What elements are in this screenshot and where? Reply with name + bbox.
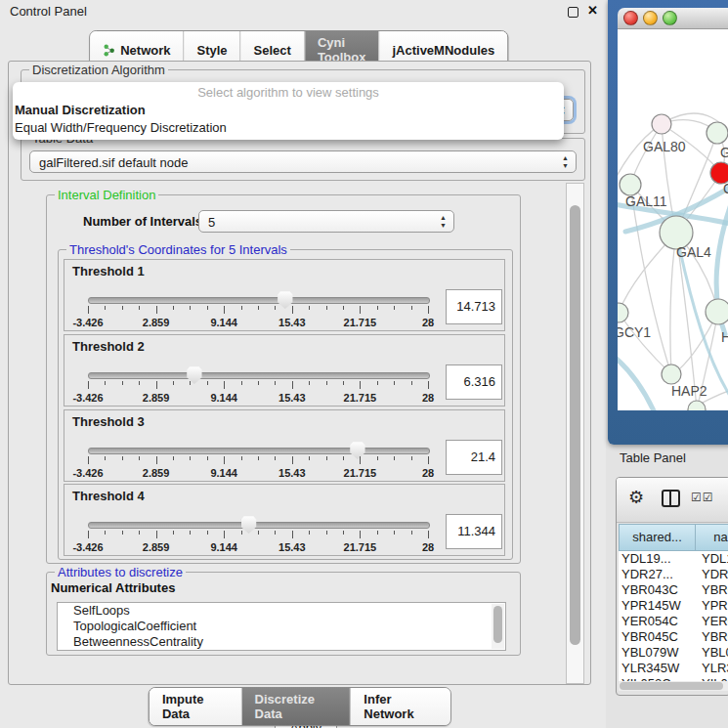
slider-tick — [309, 381, 310, 385]
settings-scrollbar[interactable] — [566, 183, 584, 684]
cell-shared-name[interactable]: YDR27... — [619, 567, 696, 582]
slider-tick — [377, 306, 378, 310]
slider-tick — [241, 381, 242, 385]
table-data-combobox[interactable]: galFiltered.sif default node ▲▼ — [29, 150, 577, 173]
column-header-shared-name[interactable]: shared... — [619, 524, 696, 551]
slider-tick — [122, 531, 123, 535]
threshold-1-value[interactable]: 14.713 — [446, 289, 502, 324]
table-row[interactable]: YBR045CYBR045C — [619, 629, 728, 645]
threshold-1-slider[interactable] — [88, 297, 430, 304]
right-region: GAL80GACGAL11GAL4GCY1HHAP2 Table Panel ⚙… — [606, 0, 728, 728]
slider-tick-label: -3.426 — [72, 392, 103, 404]
dropdown-placeholder-option[interactable]: Select algorithm to view settings — [13, 84, 564, 102]
control-panel-titlebar: Control Panel ✕ — [0, 0, 606, 23]
num-intervals-spinner[interactable]: 5 ▲▼ — [198, 210, 454, 233]
scrollbar-thumb[interactable] — [620, 682, 723, 690]
threshold-2-slider[interactable] — [88, 372, 430, 379]
mac-minimize-button[interactable] — [643, 11, 658, 25]
cell-shared-name[interactable]: YBL079W — [619, 645, 696, 661]
cell-name[interactable]: YBR043C — [696, 582, 728, 598]
threshold-3-slider[interactable] — [88, 448, 430, 454]
close-icon[interactable]: ✕ — [587, 3, 598, 18]
slider-tick — [156, 456, 157, 464]
cell-name[interactable]: YLR345W — [696, 661, 728, 676]
slider-tick — [190, 306, 191, 310]
column-header-name[interactable]: name — [696, 524, 728, 551]
GAL11-node[interactable] — [620, 174, 641, 195]
attributes-list-scrollbar[interactable] — [492, 604, 504, 649]
split-columns-icon[interactable] — [662, 490, 680, 507]
scrollbar-thumb[interactable] — [493, 606, 502, 643]
float-window-icon[interactable] — [568, 7, 578, 18]
GAL80-node[interactable] — [652, 114, 671, 134]
slider-tick — [241, 531, 242, 535]
threshold-4-slider[interactable] — [88, 522, 430, 529]
attributes-list[interactable]: SelfLoopsTopologicalCoefficientBetweenne… — [57, 602, 506, 651]
slider-tick — [292, 306, 293, 314]
cell-shared-name[interactable]: YBR043C — [619, 582, 696, 598]
network-graph[interactable]: GAL80GACGAL11GAL4GCY1HHAP2 — [618, 29, 728, 410]
slider-tick-label: 21.715 — [344, 317, 377, 328]
checkbox-icons[interactable]: ☑☑ — [691, 491, 714, 504]
cyni-toolbox-pane: Discretization Algorithm ▲▼ Table Data g… — [8, 61, 591, 685]
cell-name[interactable]: YBL079W — [696, 645, 728, 661]
slider-tick — [326, 456, 327, 460]
GCY1-node[interactable] — [618, 303, 628, 322]
mac-zoom-button[interactable] — [663, 11, 677, 25]
right-mid-node[interactable] — [706, 299, 728, 324]
slider-tick-label: 9.144 — [210, 392, 237, 404]
slider-tick — [258, 306, 259, 310]
slider-tick — [292, 456, 293, 464]
spinner-arrows-icon: ▲▼ — [440, 214, 447, 230]
table-row[interactable]: YBR043CYBR043C — [619, 582, 728, 598]
table-row[interactable]: YDL19...YDL19... — [619, 551, 728, 567]
gear-icon[interactable]: ⚙ — [628, 487, 644, 508]
slider-tick-label: 21.715 — [344, 541, 377, 553]
numerical-attributes-label: Numerical Attributes — [51, 580, 175, 595]
tab-impute-data[interactable]: Impute Data — [150, 688, 241, 725]
cell-shared-name[interactable]: YDL19... — [619, 551, 696, 567]
slider-tick — [377, 456, 378, 460]
threshold-4-value[interactable]: 11.344 — [446, 514, 502, 549]
right-top-node[interactable] — [707, 122, 728, 144]
scrollbar-thumb[interactable] — [570, 205, 580, 645]
cell-shared-name[interactable]: YPR145W — [619, 598, 696, 614]
tab-discretize-data[interactable]: Discretize Data — [241, 688, 351, 725]
cell-name[interactable]: YDR27... — [696, 567, 728, 582]
node-label: GCY1 — [618, 324, 651, 340]
cell-name[interactable]: YBR045C — [696, 629, 728, 645]
table-row[interactable]: YDR27...YDR27... — [619, 567, 728, 582]
HAP2-node[interactable] — [662, 364, 681, 384]
cell-shared-name[interactable]: YBR045C — [619, 629, 696, 645]
slider-tick — [88, 381, 89, 389]
cell-name[interactable]: YPR145W — [696, 598, 728, 614]
threshold-3-value[interactable]: 21.4 — [446, 440, 502, 475]
network-canvas[interactable]: GAL80GACGAL11GAL4GCY1HHAP2 — [618, 29, 728, 410]
table-row[interactable]: YLR345WYLR345W — [619, 661, 728, 676]
table-header-row: shared... name — [619, 524, 728, 551]
slider-tick-label: 9.144 — [210, 467, 237, 479]
dropdown-option-equal-width[interactable]: Equal Width/Frequency Discretization — [13, 119, 564, 137]
slider-tick-label: 15.43 — [278, 541, 306, 553]
table-row[interactable]: YER054CYER054C — [619, 614, 728, 629]
attribute-list-item[interactable]: TopologicalCoefficient — [58, 619, 505, 634]
tab-infer-network[interactable]: Infer Network — [350, 688, 450, 725]
cell-shared-name[interactable]: YLR345W — [619, 661, 696, 676]
table-horizontal-scrollbar[interactable] — [619, 681, 728, 691]
slider-tick-label: 2.859 — [143, 317, 170, 328]
cell-name[interactable]: YER054C — [696, 614, 728, 629]
attribute-list-item[interactable]: SelfLoops — [58, 603, 505, 619]
attribute-list-item[interactable]: BetweennessCentrality — [58, 634, 505, 650]
threshold-2-value[interactable]: 6.316 — [446, 364, 502, 400]
control-panel-window: Control Panel ✕ Network Style Select Cyn… — [0, 0, 606, 728]
table-row[interactable]: YPR145WYPR145W — [619, 598, 728, 614]
table-row[interactable]: YBL079WYBL079W — [619, 645, 728, 661]
threshold-4-panel: Threshold 4 -3.4262.8599.14415.4321.7152… — [64, 484, 505, 556]
slider-tick — [428, 306, 429, 314]
cell-shared-name[interactable]: YER054C — [619, 614, 696, 629]
slider-tick-label: 28 — [422, 541, 434, 553]
cell-name[interactable]: YDL19... — [696, 551, 728, 567]
mac-close-button[interactable] — [623, 11, 638, 25]
dropdown-option-manual[interactable]: Manual Discretization — [13, 102, 564, 119]
node-label: H — [721, 329, 728, 345]
